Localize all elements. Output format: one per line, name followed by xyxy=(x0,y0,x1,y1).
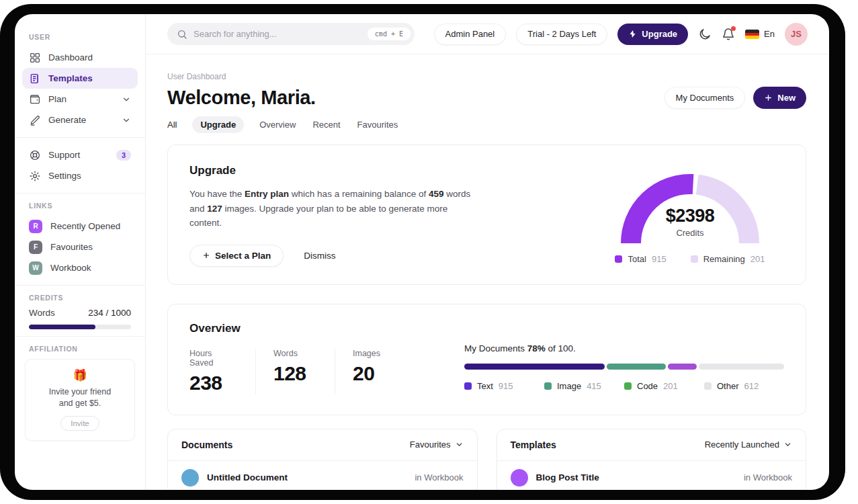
sidebar-divider xyxy=(15,285,145,286)
sidebar-item-templates[interactable]: Templates xyxy=(22,68,138,89)
select-plan-button[interactable]: Select a Plan xyxy=(189,245,284,267)
sidebar-item-generate[interactable]: Generate xyxy=(22,110,138,130)
documents-progress-section: My Documents 78% of 100. Text 915 xyxy=(464,343,784,394)
wallet-icon xyxy=(29,93,41,106)
bar-segment-other xyxy=(699,364,784,370)
page-title: Welcome, Maria. xyxy=(167,87,316,109)
templates-card: Templates Recently Launched Blog Post Ti… xyxy=(497,429,807,490)
lifebuoy-icon xyxy=(29,149,41,161)
link-label: Favourites xyxy=(50,242,93,252)
new-button[interactable]: New xyxy=(753,87,806,109)
bar-segment-text xyxy=(464,364,605,370)
credits-progress-bar xyxy=(29,325,131,329)
my-documents-button[interactable]: My Documents xyxy=(664,87,746,109)
legend-item-remaining: Remaining 201 xyxy=(691,254,765,264)
topbar-right: Admin Panel Trial - 2 Days Left Upgrade xyxy=(434,23,808,46)
documents-card: Documents Favourites Untitled Document i… xyxy=(167,429,478,490)
sidebar-item-dashboard[interactable]: Dashboard xyxy=(22,47,138,68)
sidebar-link-recently-opened[interactable]: R Recently Opened xyxy=(22,216,138,237)
document-list-item[interactable]: Untitled Document in Workbook xyxy=(168,461,477,490)
document-location: in Workbook xyxy=(415,472,463,482)
plus-icon xyxy=(202,251,210,259)
template-avatar xyxy=(511,469,528,487)
notification-dot xyxy=(731,26,736,31)
documents-progress-label: My Documents 78% of 100. xyxy=(464,343,784,353)
app-window: USER Dashboard Templates Plan xyxy=(15,14,829,490)
document-avatar xyxy=(181,469,199,487)
gauge-center: $2398 Credits xyxy=(605,206,775,238)
legend-swatch xyxy=(464,382,472,390)
documents-card-header: Documents Favourites xyxy=(168,429,477,461)
templates-card-title: Templates xyxy=(511,439,556,450)
affiliation-card: 🎁 Invite your friend and get $5. Invite xyxy=(25,359,135,441)
chevron-down-icon xyxy=(122,116,131,125)
sidebar-item-label: Generate xyxy=(48,115,86,125)
stat-images: Images 20 xyxy=(353,349,415,394)
dark-mode-moon-icon[interactable] xyxy=(698,28,712,41)
templates-filter-dropdown[interactable]: Recently Launched xyxy=(705,439,792,450)
sidebar-item-label: Dashboard xyxy=(48,52,93,62)
admin-panel-button[interactable]: Admin Panel xyxy=(434,24,507,45)
tab-favourites[interactable]: Favourites xyxy=(357,120,398,130)
bar-segment-image xyxy=(607,364,666,370)
lightning-icon xyxy=(628,30,637,38)
tab-recent[interactable]: Recent xyxy=(312,120,340,130)
overview-left: Overview Hours Saved 238 Words 128 Image… xyxy=(189,322,432,394)
template-title: Blog Post Title xyxy=(536,472,599,482)
document-title: Untitled Document xyxy=(207,472,288,482)
pencil-icon xyxy=(29,114,41,126)
upgrade-card: Upgrade You have the Entry plan which ha… xyxy=(167,144,806,285)
sidebar-section-user: USER xyxy=(29,33,131,41)
link-label: Workbook xyxy=(50,263,91,273)
gauge-legend: Total 915 Remaining 201 xyxy=(605,254,775,264)
dismiss-button[interactable]: Dismiss xyxy=(304,251,335,261)
bottom-row: Documents Favourites Untitled Document i… xyxy=(167,429,806,490)
overview-title: Overview xyxy=(189,322,432,335)
window-frame: USER Dashboard Templates Plan xyxy=(0,4,845,500)
overview-stats: Hours Saved 238 Words 128 Images 20 xyxy=(189,349,432,394)
templates-card-header: Templates Recently Launched xyxy=(497,429,806,461)
tab-overview[interactable]: Overview xyxy=(259,120,296,130)
sidebar-item-label: Settings xyxy=(48,171,81,181)
legend-item-other: Other 612 xyxy=(704,381,784,391)
chevron-down-icon xyxy=(783,440,792,449)
search-bar[interactable]: cmd + E xyxy=(167,23,415,45)
bar-segment-code xyxy=(668,364,697,370)
main-area: cmd + E Admin Panel Trial - 2 Days Left … xyxy=(146,14,829,490)
credits-metric-label: Words xyxy=(29,308,55,318)
invite-button[interactable]: Invite xyxy=(60,416,99,431)
affiliation-text: Invite your friend and get $5. xyxy=(31,386,129,409)
language-selector[interactable]: En xyxy=(745,29,775,39)
sidebar-item-plan[interactable]: Plan xyxy=(22,89,138,110)
credits-progress-fill xyxy=(29,325,95,329)
link-letter-badge: W xyxy=(29,261,42,275)
sidebar-section-links: LINKS xyxy=(29,202,131,210)
sidebar-item-support[interactable]: Support 3 xyxy=(22,144,138,165)
sidebar-link-workbook[interactable]: W Workbook xyxy=(22,257,138,278)
trial-badge-button[interactable]: Trial - 2 Days Left xyxy=(516,24,607,45)
template-list-item[interactable]: Blog Post Title in Workbook xyxy=(497,461,806,490)
stat-words: Words 128 xyxy=(273,349,335,394)
search-input[interactable] xyxy=(194,29,361,39)
user-avatar[interactable]: JS xyxy=(785,23,808,46)
tab-all[interactable]: All xyxy=(167,120,177,130)
chevron-down-icon xyxy=(455,440,464,449)
sidebar-item-settings[interactable]: Settings xyxy=(22,165,138,186)
breadcrumb: User Dashboard xyxy=(167,72,806,81)
heading-row: Welcome, Maria. My Documents New xyxy=(167,87,806,109)
link-label: Recently Opened xyxy=(50,221,120,231)
tab-upgrade[interactable]: Upgrade xyxy=(192,116,244,133)
language-label: En xyxy=(764,29,775,39)
sidebar-divider xyxy=(15,193,145,194)
documents-filter-dropdown[interactable]: Favourites xyxy=(410,439,464,450)
sidebar-link-favourites[interactable]: F Favourites xyxy=(22,237,138,257)
topbar: cmd + E Admin Panel Trial - 2 Days Left … xyxy=(146,14,829,54)
gauge-amount: $2398 xyxy=(605,206,775,226)
sidebar-divider xyxy=(15,336,145,337)
notifications-bell-icon[interactable] xyxy=(722,28,735,41)
plus-icon xyxy=(764,93,773,102)
stacked-progress-bar xyxy=(464,364,784,370)
upgrade-button[interactable]: Upgrade xyxy=(617,24,688,45)
search-shortcut-badge: cmd + E xyxy=(368,28,411,40)
search-icon xyxy=(177,29,187,40)
